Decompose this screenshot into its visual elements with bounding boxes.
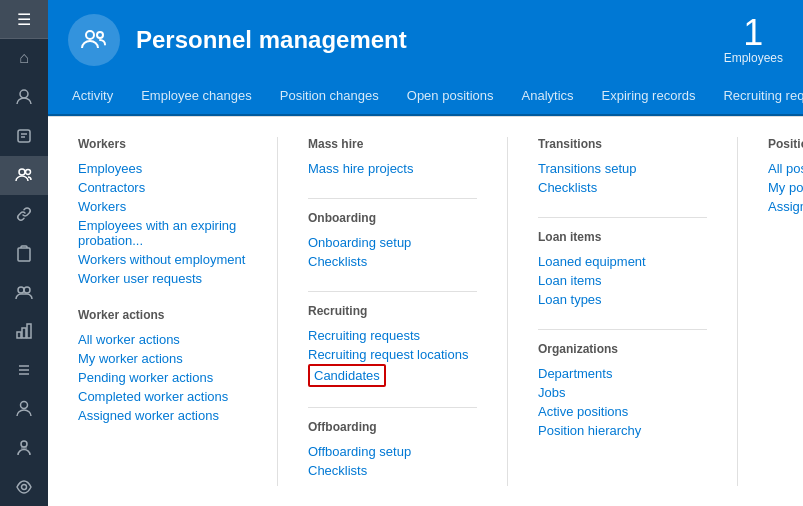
- svg-point-16: [21, 441, 27, 447]
- section-transitions: Transitions Transitions setup Checklists: [538, 137, 707, 197]
- link-offboarding-checklists[interactable]: Checklists: [308, 461, 477, 480]
- mass-hire-title: Mass hire: [308, 137, 477, 151]
- main-area: Personnel management 1 Employees Activit…: [48, 0, 803, 506]
- tab-recruiting-requests[interactable]: Recruiting requests: [709, 80, 803, 114]
- section-worker-actions: Worker actions All worker actions My wor…: [78, 308, 247, 425]
- position-actions-title: Position actions: [768, 137, 803, 151]
- sidebar-chart-icon[interactable]: [0, 311, 48, 350]
- link-employees[interactable]: Employees: [78, 159, 247, 178]
- sidebar-finger-icon[interactable]: [0, 117, 48, 156]
- sidebar-menu-icon[interactable]: ☰: [0, 0, 48, 39]
- workers-title: Workers: [78, 137, 247, 151]
- link-pending-worker-actions[interactable]: Pending worker actions: [78, 368, 247, 387]
- sidebar: ☰ ⌂: [0, 0, 48, 506]
- link-my-worker-actions[interactable]: My worker actions: [78, 349, 247, 368]
- col-workers: Workers Employees Contractors Workers Em…: [78, 137, 278, 486]
- link-loan-items[interactable]: Loan items: [538, 271, 707, 290]
- svg-point-0: [20, 90, 28, 98]
- sidebar-link-icon[interactable]: [0, 195, 48, 234]
- sidebar-people-icon[interactable]: [0, 156, 48, 195]
- link-offboarding-setup[interactable]: Offboarding setup: [308, 442, 477, 461]
- sidebar-clipboard-icon[interactable]: [0, 234, 48, 273]
- sidebar-user-icon[interactable]: [0, 78, 48, 117]
- link-transitions-checklists[interactable]: Checklists: [538, 178, 707, 197]
- links-dropdown: Workers Employees Contractors Workers Em…: [48, 116, 803, 506]
- stat-label: Employees: [724, 51, 783, 65]
- tab-activity[interactable]: Activity: [58, 80, 127, 114]
- loan-items-title: Loan items: [538, 230, 707, 244]
- svg-rect-9: [17, 332, 21, 338]
- svg-point-19: [86, 31, 94, 39]
- link-workers-without-employment[interactable]: Workers without employment: [78, 250, 247, 269]
- module-icon: [68, 14, 120, 66]
- svg-point-7: [18, 287, 24, 293]
- tab-employee-changes[interactable]: Employee changes: [127, 80, 266, 114]
- stat-number: 1: [724, 15, 783, 51]
- col-position-actions: Position actions All position actions My…: [768, 137, 803, 486]
- link-active-positions[interactable]: Active positions: [538, 402, 707, 421]
- organizations-title: Organizations: [538, 342, 707, 356]
- link-mass-hire-projects[interactable]: Mass hire projects: [308, 159, 477, 178]
- svg-rect-1: [18, 130, 30, 142]
- link-worker-user-requests[interactable]: Worker user requests: [78, 269, 247, 288]
- section-position-actions: Position actions All position actions My…: [768, 137, 803, 216]
- link-assigned-worker-actions[interactable]: Assigned worker actions: [78, 406, 247, 425]
- link-contractors[interactable]: Contractors: [78, 178, 247, 197]
- divider-5: [538, 329, 707, 330]
- link-employees-expiring[interactable]: Employees with an expiring probation...: [78, 216, 247, 250]
- link-recruiting-requests[interactable]: Recruiting requests: [308, 326, 477, 345]
- link-transitions-setup[interactable]: Transitions setup: [538, 159, 707, 178]
- sidebar-home-icon[interactable]: ⌂: [0, 39, 48, 78]
- link-workers[interactable]: Workers: [78, 197, 247, 216]
- link-my-position-actions[interactable]: My position actions: [768, 178, 803, 197]
- sidebar-eye-icon[interactable]: [0, 467, 48, 506]
- svg-point-8: [24, 287, 30, 293]
- section-recruiting: Recruiting Recruiting requests Recruitin…: [308, 304, 477, 387]
- svg-point-15: [21, 401, 28, 408]
- section-loan-items: Loan items Loaned equipment Loan items L…: [538, 230, 707, 309]
- section-offboarding: Offboarding Offboarding setup Checklists: [308, 420, 477, 480]
- transitions-title: Transitions: [538, 137, 707, 151]
- link-assigned-position-actions[interactable]: Assigned position actions: [768, 197, 803, 216]
- sidebar-people2-icon[interactable]: [0, 389, 48, 428]
- header-stat: 1 Employees: [724, 15, 783, 65]
- link-all-worker-actions[interactable]: All worker actions: [78, 330, 247, 349]
- svg-point-18: [22, 484, 27, 489]
- col-hire-onboard: Mass hire Mass hire projects Onboarding …: [308, 137, 508, 486]
- sidebar-list-icon[interactable]: [0, 350, 48, 389]
- section-mass-hire: Mass hire Mass hire projects: [308, 137, 477, 178]
- section-organizations: Organizations Departments Jobs Active po…: [538, 342, 707, 440]
- header: Personnel management 1 Employees: [48, 0, 803, 80]
- worker-actions-title: Worker actions: [78, 308, 247, 322]
- link-departments[interactable]: Departments: [538, 364, 707, 383]
- tab-expiring-records[interactable]: Expiring records: [588, 80, 710, 114]
- tab-open-positions[interactable]: Open positions: [393, 80, 508, 114]
- onboarding-title: Onboarding: [308, 211, 477, 225]
- tab-analytics[interactable]: Analytics: [508, 80, 588, 114]
- link-loaned-equipment[interactable]: Loaned equipment: [538, 252, 707, 271]
- svg-point-20: [97, 32, 103, 38]
- sidebar-group-icon[interactable]: [0, 273, 48, 312]
- link-jobs[interactable]: Jobs: [538, 383, 707, 402]
- link-completed-worker-actions[interactable]: Completed worker actions: [78, 387, 247, 406]
- divider-1: [308, 198, 477, 199]
- link-onboarding-checklists[interactable]: Checklists: [308, 252, 477, 271]
- offboarding-title: Offboarding: [308, 420, 477, 434]
- divider-3: [308, 407, 477, 408]
- link-recruiting-request-locations[interactable]: Recruiting request locations: [308, 345, 477, 364]
- link-all-position-actions[interactable]: All position actions: [768, 159, 803, 178]
- sidebar-person-icon[interactable]: [0, 428, 48, 467]
- link-onboarding-setup[interactable]: Onboarding setup: [308, 233, 477, 252]
- svg-rect-6: [18, 248, 30, 261]
- section-onboarding: Onboarding Onboarding setup Checklists: [308, 211, 477, 271]
- link-position-hierarchy[interactable]: Position hierarchy: [538, 421, 707, 440]
- link-loan-types[interactable]: Loan types: [538, 290, 707, 309]
- col-transitions: Transitions Transitions setup Checklists…: [538, 137, 738, 486]
- page-title: Personnel management: [136, 26, 724, 54]
- divider-4: [538, 217, 707, 218]
- svg-point-4: [19, 169, 25, 175]
- svg-rect-11: [27, 324, 31, 338]
- tab-position-changes[interactable]: Position changes: [266, 80, 393, 114]
- link-candidates[interactable]: Candidates: [308, 364, 386, 387]
- nav-tabs: Activity Employee changes Position chang…: [48, 80, 803, 116]
